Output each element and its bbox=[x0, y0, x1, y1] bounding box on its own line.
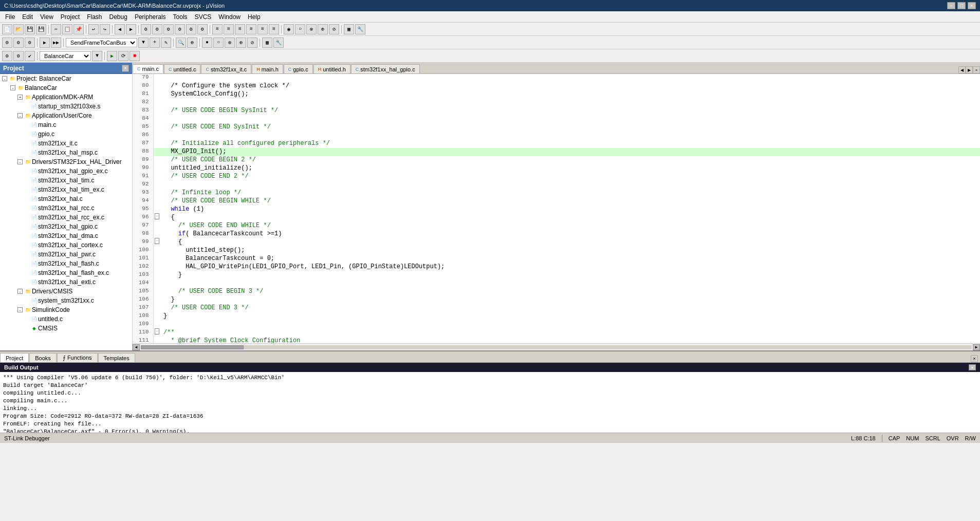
tb-b6[interactable]: ⚙ bbox=[197, 24, 208, 34]
tb-nav-back[interactable]: ◀ bbox=[115, 24, 125, 34]
h-scrollbar-track[interactable] bbox=[141, 345, 972, 349]
tb-j4[interactable]: ⊕ bbox=[236, 38, 246, 48]
bottom-tab-templates[interactable]: Templates bbox=[98, 353, 135, 362]
tree-node-hal-tim-ex[interactable]: 📄 stm32f1xx_hal_tim_ex.c bbox=[0, 185, 132, 194]
bottom-tab-books[interactable]: Books bbox=[29, 353, 57, 362]
send-frame-dropdown[interactable]: SendFrameToCanBus bbox=[66, 38, 137, 47]
tree-node-hal-exti[interactable]: 📄 stm32f1xx_hal_exti.c bbox=[0, 277, 132, 287]
fold-button[interactable]: - bbox=[155, 328, 159, 334]
close-button[interactable]: × bbox=[968, 2, 976, 9]
tb-k2[interactable]: 🔧 bbox=[273, 38, 284, 48]
tree-node-hal-flash-ex[interactable]: 📄 stm32f1xx_hal_flash_ex.c bbox=[0, 268, 132, 277]
bottom-close-btn[interactable]: × bbox=[971, 355, 978, 362]
tree-node-cmsis-diamond[interactable]: ◆ CMSIS bbox=[0, 324, 132, 333]
tree-node-project[interactable]: - 📁 Project: BalanceCar bbox=[0, 74, 132, 83]
expand-user-core[interactable]: - bbox=[17, 113, 23, 118]
tree-node-mdk-arm[interactable]: + 📁 Application/MDK-ARM bbox=[0, 92, 132, 102]
tb-c2[interactable]: ≡ bbox=[224, 24, 234, 34]
tb-stop[interactable]: ■ bbox=[130, 51, 140, 61]
tree-node-hal-rcc-ex[interactable]: 📄 stm32f1xx_hal_rcc_ex.c bbox=[0, 213, 132, 222]
tb-m1[interactable]: ▼ bbox=[92, 51, 102, 61]
menu-window[interactable]: Window bbox=[215, 12, 244, 22]
tb-j2[interactable]: ○ bbox=[213, 38, 224, 48]
tree-node-stm32-it[interactable]: 📄 stm32f1xx_it.c bbox=[0, 139, 132, 148]
tb-f1[interactable]: ⚙ bbox=[2, 38, 12, 48]
tb-d2[interactable]: ○ bbox=[295, 24, 305, 34]
tb-l3[interactable]: ✔ bbox=[25, 51, 35, 61]
tab-untitled-h[interactable]: H untitled.h bbox=[313, 64, 350, 73]
target-dropdown[interactable]: BalanceCar bbox=[40, 51, 91, 61]
tb-open[interactable]: 📂 bbox=[13, 24, 24, 34]
minimize-button[interactable]: − bbox=[947, 2, 955, 9]
expand-mdk-arm[interactable]: + bbox=[17, 95, 23, 100]
tb-c4[interactable]: ≡ bbox=[246, 24, 256, 34]
fold-button[interactable]: - bbox=[155, 213, 159, 219]
tb-b2[interactable]: ⚙ bbox=[152, 24, 162, 34]
tree-node-gpio-c[interactable]: 📄 gpio.c bbox=[0, 129, 132, 139]
h-scrollbar[interactable]: ◀ ▶ bbox=[133, 343, 980, 350]
tb-c3[interactable]: ≡ bbox=[235, 24, 245, 34]
tb-copy[interactable]: 📋 bbox=[62, 24, 72, 34]
tree-node-hal-cortex[interactable]: 📄 stm32f1xx_hal_cortex.c bbox=[0, 240, 132, 250]
menu-tools[interactable]: Tools bbox=[170, 12, 191, 22]
bottom-tab-project[interactable]: Project bbox=[0, 353, 29, 362]
tb-d3[interactable]: ⊗ bbox=[306, 24, 317, 34]
menu-debug[interactable]: Debug bbox=[106, 12, 131, 22]
tb-search[interactable]: 🔍 bbox=[176, 38, 186, 48]
tb-rebuild[interactable]: ⟳ bbox=[118, 51, 128, 61]
tb-g1[interactable]: ▶ bbox=[40, 38, 50, 48]
tb-e2[interactable]: 🔧 bbox=[355, 24, 365, 34]
tb-save-all[interactable]: 💾 bbox=[36, 24, 46, 34]
tree-node-startup[interactable]: 📄 startup_stm32f103xe.s bbox=[0, 102, 132, 111]
menu-project[interactable]: Project bbox=[58, 12, 83, 22]
tree-node-user-core[interactable]: - 📁 Application/User/Core bbox=[0, 111, 132, 120]
tb-undo[interactable]: ↩ bbox=[88, 24, 99, 34]
tb-h3[interactable]: ✎ bbox=[161, 38, 171, 48]
tb-c1[interactable]: ≡ bbox=[212, 24, 223, 34]
tb-build[interactable]: ▶ bbox=[107, 51, 117, 61]
tb-save[interactable]: 💾 bbox=[25, 24, 35, 34]
tree-node-hal-driver[interactable]: - 📁 Drivers/STM32F1xx_HAL_Driver bbox=[0, 157, 132, 166]
menu-peripherals[interactable]: Peripherals bbox=[132, 12, 169, 22]
menu-help[interactable]: Help bbox=[245, 12, 264, 22]
tb-paste[interactable]: 📌 bbox=[73, 24, 84, 34]
tree-node-hal-rcc[interactable]: 📄 stm32f1xx_hal_rcc.c bbox=[0, 203, 132, 213]
menu-svcs[interactable]: SVCS bbox=[192, 12, 215, 22]
tab-untitled-c[interactable]: C untitled.c bbox=[164, 64, 201, 73]
tab-stm32-it[interactable]: C stm32f1xx_it.c bbox=[201, 64, 251, 73]
tab-gpio-c[interactable]: C gpio.c bbox=[284, 64, 313, 73]
menu-file[interactable]: File bbox=[2, 12, 18, 22]
build-output-text[interactable]: *** Using Compiler 'V5.06 update 6 (buil… bbox=[0, 372, 980, 433]
bottom-tab-functions[interactable]: ⨍ Functions bbox=[57, 353, 98, 362]
tb-j3[interactable]: ⊗ bbox=[225, 38, 235, 48]
tb-d4[interactable]: ⊕ bbox=[318, 24, 328, 34]
expand-hal-driver[interactable]: - bbox=[17, 159, 23, 164]
tree-node-hal-dma[interactable]: 📄 stm32f1xx_hal_dma.c bbox=[0, 231, 132, 240]
expand-simulink[interactable]: - bbox=[17, 307, 23, 312]
tb-nav-fwd[interactable]: ▶ bbox=[126, 24, 136, 34]
sidebar-close-btn[interactable]: × bbox=[122, 65, 129, 72]
tree-node-hal-base[interactable]: 📄 stm32f1xx_hal.c bbox=[0, 194, 132, 203]
tb-c6[interactable]: ≡ bbox=[269, 24, 279, 34]
expand-project[interactable]: - bbox=[2, 76, 7, 81]
tb-redo[interactable]: ↪ bbox=[100, 24, 110, 34]
tb-f2[interactable]: ⚙ bbox=[13, 38, 24, 48]
tb-b3[interactable]: ⚙ bbox=[163, 24, 174, 34]
tree-node-hal-flash[interactable]: 📄 stm32f1xx_hal_flash.c bbox=[0, 259, 132, 268]
h-scrollbar-thumb[interactable] bbox=[141, 345, 244, 349]
tb-h2[interactable]: + bbox=[150, 38, 160, 48]
build-output-close-btn[interactable]: × bbox=[969, 364, 976, 370]
tb-d1[interactable]: ◉ bbox=[284, 24, 294, 34]
menu-edit[interactable]: Edit bbox=[19, 12, 36, 22]
tab-close-all[interactable]: × bbox=[973, 66, 980, 73]
tb-c5[interactable]: ≡ bbox=[257, 24, 268, 34]
tab-scroll-left[interactable]: ◀ bbox=[958, 66, 966, 73]
tree-node-untitled-c[interactable]: 📄 untitled.c bbox=[0, 314, 132, 324]
tree-node-simulink[interactable]: - 📁 SimulinkCode bbox=[0, 305, 132, 314]
tree-node-hal-gpio[interactable]: 📄 stm32f1xx_hal_gpio.c bbox=[0, 222, 132, 231]
tb-cut[interactable]: ✂ bbox=[51, 24, 61, 34]
tb-h1[interactable]: ▼ bbox=[138, 38, 149, 48]
tree-node-system-stm32[interactable]: 📄 system_stm32f1xx.c bbox=[0, 296, 132, 305]
expand-balancecar[interactable]: - bbox=[10, 85, 15, 90]
tb-i2[interactable]: ⊕ bbox=[187, 38, 197, 48]
